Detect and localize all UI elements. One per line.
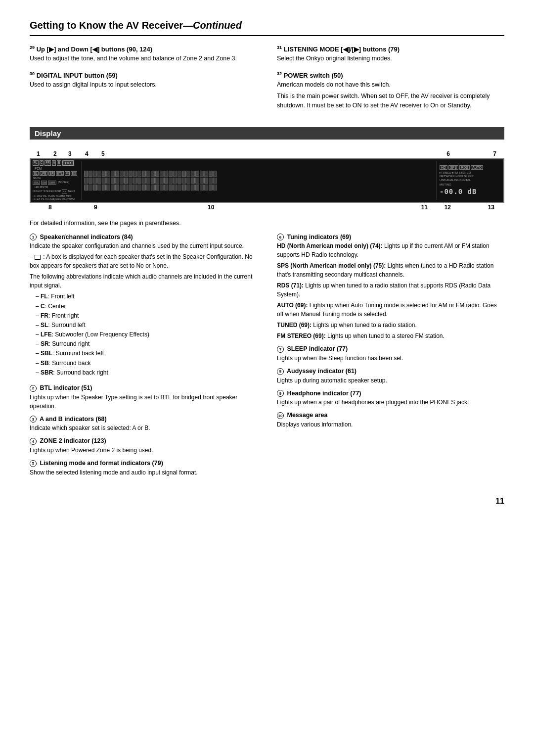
top-right-col: 31 LISTENING MODE [◀]/[▶] buttons (79) S… [277,45,504,112]
ind-pcm: PCM [35,167,42,170]
seg [160,178,164,184]
seg [186,171,190,177]
seg [200,185,204,190]
seg [146,171,150,177]
speaker-indicators: FL C FR A B THX PCM SL LFE SR BTL 4k ES … [33,161,82,200]
desc-item-10: 10 Message area Displays various informa… [277,412,504,429]
desc-item-3: 3 A and B indicators (68) Indicate which… [30,416,257,433]
bar-row-3 [84,185,435,190]
ri-network: NETWORK HDMI SLEEP [440,175,474,178]
seg [178,171,181,177]
ind-thx: THX [62,160,74,166]
bottom-label-10: 10 [208,204,214,211]
ind-btl: BTL [56,171,64,176]
display-header: Display [30,127,504,140]
ri-rds: RDS [459,165,470,170]
desc-item-8: 8 Audyssey indicator (61) Lights up duri… [277,368,504,385]
item-30: 30 DIGITAL INPUT button (59) Used to ass… [30,71,257,90]
ind-zone2: [ZONE2] [57,181,70,185]
badge-3: 3 [30,416,37,423]
seg [209,171,213,177]
seg [191,171,195,177]
badge-7: 7 [277,346,284,353]
seg [111,178,115,184]
ind-4k2: 4k [62,189,67,193]
seg [186,185,190,190]
bottom-label-9: 9 [94,204,97,211]
ind-sb: SB [41,181,47,185]
ind-es: ES [71,171,77,176]
item-32-desc2: This is the main power switch. When set … [277,92,504,110]
volume-display: -00.0 dB [440,188,501,195]
seg [186,178,190,184]
panel-wrapper: 1 2 3 4 5 6 7 FL C FR A B THX PCM [30,144,504,215]
panel-top-labels: 1 2 3 4 5 6 7 [30,144,504,157]
seg [169,185,173,190]
ri-sps: SPS [448,165,458,170]
seg [142,185,146,190]
item-2-body: Lights up when the Speaker Type setting … [30,393,257,411]
ind-a: A [52,160,56,166]
seg [84,178,88,184]
seg [200,178,204,184]
item-9-title: Headphone indicator (77) [287,390,361,397]
badge-5: 5 [30,460,37,467]
ri-hd: HD [440,165,447,170]
seg [106,178,110,184]
ind-9624: 96/24 [33,177,41,180]
seg [133,171,137,177]
bar-meters [82,161,437,200]
badge-9: 9 [277,390,284,397]
desc-intro: For detailed information, see the pages … [30,220,504,227]
seg [89,185,92,190]
bottom-label-12: 12 [445,204,451,211]
ri-usb: USB ANALOG DIGITAL [440,179,471,182]
item-4-title: ZONE 2 indicator (123) [40,437,106,444]
item-32-desc1: American models do not have this switch. [277,80,504,90]
item-29-sup: 29 [30,45,35,50]
item-2-title: BTL indicator (51) [40,384,92,391]
seg [137,178,141,184]
ind-expl: □□ EX PL II x Audyssey DSD WMA [33,197,75,200]
seg [111,185,115,190]
ind-4k: 4k [65,171,70,176]
seg [93,185,97,190]
seg [204,171,208,177]
channel-list: FL: Front left C: Center FR: Front right… [36,292,257,378]
ind-lfe: LFE [40,171,47,176]
ri-muting: MUTING [440,183,451,186]
ind-hdmstr: HD MSTR [35,186,48,189]
seg [182,178,186,184]
desc-item-4: 4 ZONE 2 indicator (123) Lights up when … [30,437,257,455]
page-title: Getting to Know the AV Receiver—Continue… [30,20,504,36]
ri-tuned-label: ▸TUNED◂ FM STEREO [440,171,471,174]
seg [178,185,181,190]
ind-sr: SR [48,171,55,176]
seg [164,171,168,177]
badge-10: 10 [277,412,284,419]
descriptions-grid: 1 Speaker/channel indicators (84) Indica… [30,234,504,482]
display-section: Display 1 2 3 4 5 6 7 FL C FR A B [30,127,504,482]
desc-item-7: 7 SLEEP indicator (77) Lights up when th… [277,345,504,363]
seg [178,178,181,184]
top-label-7: 7 [493,150,496,157]
seg [182,185,186,190]
seg [142,178,146,184]
item-10-title: Message area [287,412,327,419]
item-3-body: Indicate which speaker set is selected: … [30,424,257,432]
seg [173,178,177,184]
item-9-body: Lights up when a pair of headphones are … [277,398,504,407]
right-row1: HD SPS RDS AUTO [440,165,501,170]
title-continued: Continued [193,20,242,31]
seg [195,185,199,190]
right-indicators: HD SPS RDS AUTO ▸TUNED◂ FM STEREO NETWOR… [437,161,501,200]
ind-sbr: SBR [48,181,56,185]
item-31: 31 LISTENING MODE [◀]/[▶] buttons (79) S… [277,45,504,63]
seg [102,185,106,190]
item-31-title: LISTENING MODE [◀]/[▶] buttons (79) [284,46,400,53]
display-panel: FL C FR A B THX PCM SL LFE SR BTL 4k ES … [30,158,504,203]
item-3-title: A and B indicators (68) [40,416,107,423]
item-30-desc: Used to assign digital inputs to input s… [30,80,257,90]
top-section: 29 Up [▶] and Down [◀] buttons (90, 124)… [30,45,504,112]
desc-item-6: 6 Tuning indicators (69) HD (North Ameri… [277,234,504,341]
